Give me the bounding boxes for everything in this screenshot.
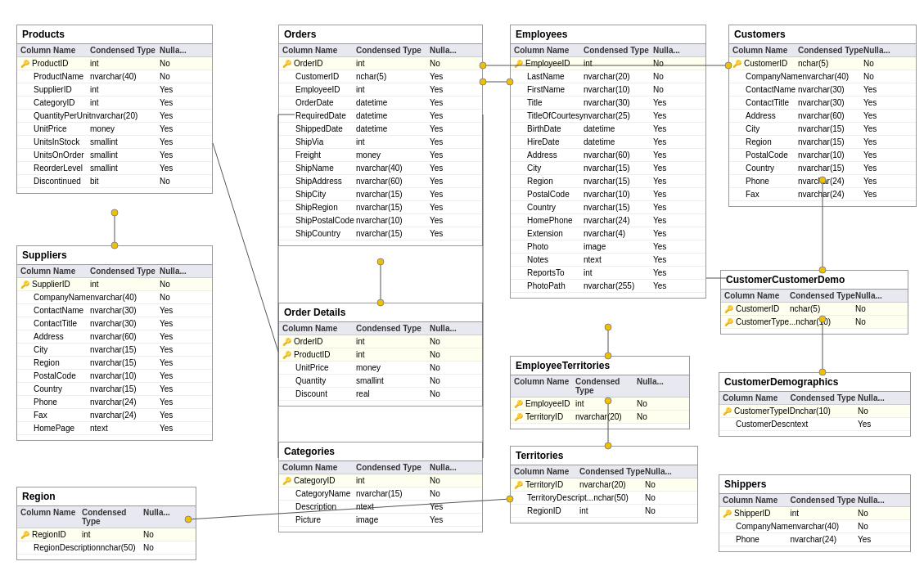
col-nullable-text: Yes [160, 358, 209, 367]
col-header-name: Column Name [724, 291, 790, 300]
col-type-text: ntext [356, 502, 430, 511]
table-title-employeeTerritories: EmployeeTerritories [511, 357, 689, 375]
col-nullable-text: Yes [160, 150, 209, 159]
table-row: Citynvarchar(15)Yes [729, 123, 916, 136]
col-nullable-text: Yes [653, 137, 702, 146]
col-name-cell: Address [20, 332, 90, 341]
col-name-text: Phone [34, 398, 57, 407]
col-nullable-text: Yes [863, 164, 913, 173]
col-type-text: nvarchar(10) [584, 85, 653, 94]
col-type-text: nvarchar(15) [90, 384, 160, 393]
table-row: ShipAddressnvarchar(60)Yes [279, 175, 482, 188]
col-nullable-text: No [645, 480, 694, 489]
table-row: 🔑CategoryIDintNo [279, 474, 482, 487]
col-header-name: Column Name [282, 463, 356, 472]
col-nullable-text: Yes [653, 203, 702, 212]
col-type-text: int [575, 399, 637, 408]
col-type-text: image [584, 242, 653, 251]
col-name-cell: 🔑CustomerType... [724, 317, 796, 326]
col-name-cell: ShippedDate [282, 124, 356, 133]
table-row: Countrynvarchar(15)Yes [511, 201, 705, 214]
table-employees: EmployeesColumn NameCondensed TypeNulla.… [510, 25, 706, 299]
col-name-text: UnitPrice [34, 124, 67, 133]
col-type-text: nchar(10) [796, 317, 855, 326]
col-nullable-text: Yes [430, 502, 479, 511]
col-nullable-text: No [645, 493, 694, 502]
col-name-cell: Quantity [282, 376, 356, 385]
col-type-text: nchar(10) [796, 407, 858, 416]
col-name-cell: CategoryID [20, 98, 90, 107]
col-type-text: nvarchar(20) [575, 412, 637, 421]
col-name-cell: Description [282, 502, 356, 511]
col-name-cell: ProductName [20, 72, 90, 81]
col-name-cell: ContactName [20, 306, 90, 315]
col-type-text: nvarchar(60) [90, 332, 160, 341]
col-header-nullable: Nulla... [430, 46, 479, 55]
col-name-text: ContactTitle [34, 319, 77, 328]
table-row: PostalCodenvarchar(10)Yes [511, 188, 705, 201]
col-nullable-text: Yes [653, 242, 702, 251]
col-type-text: nvarchar(24) [798, 177, 863, 186]
col-type-text: nvarchar(15) [356, 190, 430, 199]
col-name-cell: CustomerDesc [723, 420, 791, 429]
col-name-text: SupplierID [32, 280, 70, 289]
col-name-cell: Address [514, 150, 584, 159]
col-type-text: smallint [90, 164, 160, 173]
col-type-text: int [356, 85, 430, 94]
col-name-cell: 🔑RegionID [20, 530, 82, 539]
col-type-text: smallint [90, 137, 160, 146]
table-row: Faxnvarchar(24)Yes [729, 188, 916, 201]
col-name-text: SupplierID [34, 85, 72, 94]
col-nullable-text: No [858, 522, 907, 531]
col-type-text: nvarchar(15) [584, 177, 653, 186]
col-name-cell: ShipPostalCode [282, 216, 356, 225]
col-header-nullable: Nulla... [637, 377, 686, 395]
col-name-text: Address [34, 332, 64, 341]
col-name-text: Notes [527, 255, 548, 264]
col-header-nullable: Nulla... [653, 46, 702, 55]
col-name-cell: Fax [20, 411, 90, 420]
col-name-text: ShippedDate [295, 124, 343, 133]
col-type-text: nvarchar(30) [584, 98, 653, 107]
col-name-text: CompanyName [746, 72, 802, 81]
table-col-headers-suppliers: Column NameCondensed TypeNulla... [17, 265, 212, 278]
table-row: Titlenvarchar(30)Yes [511, 97, 705, 110]
table-row: HomePagentextYes [17, 422, 212, 435]
pk-icon: 🔑 [20, 531, 30, 539]
col-nullable-text: Yes [863, 190, 913, 199]
table-row: PhotoPathnvarchar(255)Yes [511, 280, 705, 293]
col-nullable-text: No [653, 59, 702, 68]
table-row: CompanyNamenvarchar(40)No [729, 70, 916, 83]
col-name-cell: 🔑TerritoryID [514, 412, 575, 421]
col-type-text: nchar(5) [356, 72, 430, 81]
table-row: RegionIDintNo [511, 505, 697, 518]
col-nullable-text: Yes [430, 124, 479, 133]
col-name-text: OrderID [294, 59, 323, 68]
col-type-text: nvarchar(24) [90, 411, 160, 420]
col-name-text: CategoryID [294, 476, 336, 485]
col-name-text: UnitPrice [295, 363, 329, 372]
pk-icon: 🔑 [723, 510, 732, 518]
col-name-cell: Country [732, 164, 798, 173]
table-row: NotesntextYes [511, 254, 705, 267]
col-name-cell: 🔑CustomerID [732, 59, 798, 68]
table-title-customerDemographics: CustomerDemographics [719, 373, 910, 392]
col-name-text: RegionID [527, 506, 561, 515]
col-name-cell: UnitsOnOrder [20, 150, 90, 159]
table-col-headers-orderDetails: Column NameCondensed TypeNulla... [279, 322, 482, 335]
col-name-text: CustomerDesc [736, 420, 790, 429]
table-customerDemographics: CustomerDemographicsColumn NameCondensed… [719, 372, 911, 437]
table-row: UnitPricemoneyNo [279, 362, 482, 375]
col-header-nullable: Nulla... [645, 467, 694, 476]
table-row: ContactNamenvarchar(30)Yes [729, 83, 916, 97]
col-type-text: nvarchar(15) [356, 489, 430, 498]
col-type-text: nchar(5) [790, 304, 855, 313]
col-name-cell: Country [20, 384, 90, 393]
col-header-name: Column Name [514, 377, 575, 395]
col-nullable-text: Yes [430, 72, 479, 81]
col-name-cell: CompanyName [20, 293, 90, 302]
col-name-text: CompanyName [736, 522, 792, 531]
col-name-cell: City [20, 345, 90, 354]
col-name-text: CustomerID [736, 304, 779, 313]
col-type-text: nvarchar(15) [798, 164, 863, 173]
